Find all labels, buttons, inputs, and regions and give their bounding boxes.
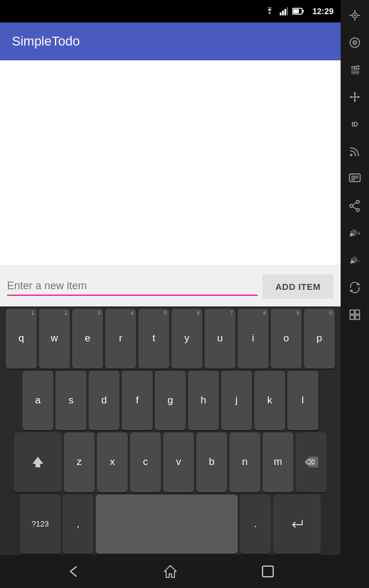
key-delete[interactable]: ⌫ — [296, 432, 326, 492]
key-e[interactable]: 3e — [72, 309, 103, 369]
app-bar: SimpleTodo — [0, 22, 341, 60]
key-i[interactable]: 8i — [238, 309, 268, 369]
key-j[interactable]: j — [221, 371, 252, 431]
add-item-button[interactable]: ADD ITEM — [263, 274, 334, 299]
svg-point-31 — [357, 201, 360, 203]
status-bar: 12:29 — [0, 0, 341, 22]
sys-rss-icon — [343, 138, 367, 164]
home-icon — [163, 564, 177, 579]
svg-line-34 — [353, 203, 357, 205]
key-h[interactable]: h — [188, 371, 219, 431]
svg-rect-0 — [280, 12, 281, 15]
svg-line-35 — [353, 207, 357, 209]
new-item-input[interactable] — [7, 277, 258, 295]
sys-scale-icon — [343, 302, 367, 328]
sys-gps-icon — [343, 2, 367, 28]
svg-rect-38 — [350, 310, 354, 314]
keyboard-row-3: z x c v b n m ⌫ — [1, 432, 339, 492]
key-a[interactable]: a — [22, 371, 53, 431]
key-n[interactable]: n — [229, 432, 260, 492]
sys-id-icon: ID — [343, 111, 367, 137]
keyboard: 1q 2w 3e 4r 5t 6y 7u 8i 9o 0p a s d f g … — [0, 306, 341, 555]
status-time: 12:29 — [312, 7, 334, 16]
svg-rect-2 — [284, 9, 286, 15]
svg-rect-39 — [355, 310, 360, 314]
key-y[interactable]: 6y — [171, 309, 202, 369]
bottom-nav — [0, 555, 341, 588]
sys-chat-icon — [343, 166, 367, 192]
svg-rect-5 — [303, 10, 304, 13]
key-t[interactable]: 5t — [138, 309, 169, 369]
recents-button[interactable] — [250, 560, 286, 583]
svg-marker-23 — [354, 100, 356, 102]
key-v[interactable]: v — [163, 432, 194, 492]
svg-point-33 — [357, 209, 360, 212]
system-bar: 🎬 ID — [341, 0, 369, 588]
key-w[interactable]: 2w — [39, 309, 70, 369]
sys-share-icon — [343, 193, 367, 219]
home-button[interactable] — [153, 560, 188, 583]
svg-rect-1 — [282, 11, 284, 15]
key-p[interactable]: 0p — [304, 309, 335, 369]
svg-marker-22 — [354, 92, 356, 94]
svg-rect-3 — [287, 7, 288, 15]
keyboard-row-4: ?123 , . — [1, 495, 339, 554]
sys-volume-up-icon: 🔊+ — [343, 220, 367, 246]
shift-icon — [31, 455, 44, 469]
input-underline — [7, 295, 258, 296]
app-title: SimpleTodo — [12, 34, 80, 49]
key-x[interactable]: x — [97, 432, 128, 492]
sys-camera-icon — [343, 30, 367, 56]
key-u[interactable]: 7u — [205, 309, 235, 369]
recents-icon — [261, 565, 274, 578]
content-area: ADD ITEM — [0, 60, 341, 306]
svg-point-19 — [354, 42, 355, 43]
key-b[interactable]: b — [196, 432, 227, 492]
key-g[interactable]: g — [155, 371, 186, 431]
sys-video-icon: 🎬 — [343, 57, 367, 83]
svg-text:⌫: ⌫ — [306, 458, 315, 466]
keyboard-row-2: a s d f g h j k l — [1, 371, 339, 431]
key-shift[interactable] — [14, 432, 62, 492]
input-row: ADD ITEM — [0, 266, 341, 306]
todo-list — [0, 60, 341, 266]
svg-marker-7 — [33, 457, 43, 467]
svg-rect-40 — [350, 315, 354, 319]
key-q[interactable]: 1q — [6, 309, 37, 369]
keyboard-row-1: 1q 2w 3e 4r 5t 6y 7u 8i 9o 0p — [1, 309, 339, 369]
svg-point-32 — [350, 205, 353, 208]
key-d[interactable]: d — [89, 371, 119, 431]
key-o[interactable]: 9o — [271, 309, 302, 369]
svg-rect-41 — [355, 315, 360, 319]
svg-marker-25 — [358, 96, 360, 98]
key-r[interactable]: 4r — [105, 309, 136, 369]
signal-icon — [280, 7, 288, 15]
svg-point-26 — [350, 154, 352, 156]
key-symbols[interactable]: ?123 — [20, 495, 60, 554]
key-k[interactable]: k — [254, 371, 285, 431]
svg-rect-6 — [293, 9, 299, 14]
key-space[interactable] — [96, 495, 238, 554]
key-l[interactable]: l — [287, 371, 318, 431]
key-enter[interactable] — [273, 495, 321, 554]
svg-marker-9 — [164, 566, 176, 577]
svg-rect-10 — [263, 566, 273, 577]
key-m[interactable]: m — [263, 432, 293, 492]
wifi-icon — [264, 7, 276, 15]
sys-rotate-icon — [343, 274, 367, 301]
sys-volume-down-icon: 🔊- — [343, 247, 367, 273]
back-button[interactable] — [55, 560, 90, 583]
enter-icon — [289, 519, 305, 529]
key-f[interactable]: f — [122, 371, 153, 431]
text-input-wrapper — [7, 277, 258, 296]
delete-icon: ⌫ — [304, 457, 318, 467]
sys-move-icon — [343, 84, 367, 110]
svg-point-12 — [354, 15, 356, 17]
key-c[interactable]: c — [130, 432, 161, 492]
key-s[interactable]: s — [56, 371, 86, 431]
key-z[interactable]: z — [64, 432, 95, 492]
battery-icon — [292, 8, 304, 15]
key-comma[interactable]: , — [63, 495, 93, 554]
key-period[interactable]: . — [240, 495, 271, 554]
back-icon — [66, 564, 80, 579]
